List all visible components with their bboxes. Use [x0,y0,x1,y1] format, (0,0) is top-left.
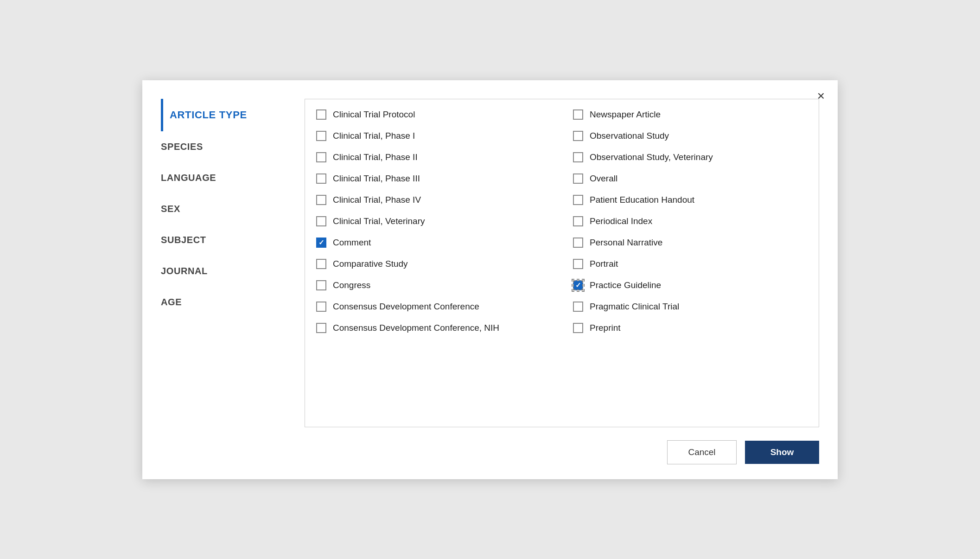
checkbox-preprint[interactable] [573,323,583,333]
checkbox-comparative-study[interactable] [316,259,326,269]
list-item-consensus-dev-conf[interactable]: Consensus Development Conference [305,296,562,317]
list-item-comparative-study[interactable]: Comparative Study [305,253,562,275]
checkbox-clinical-trial-protocol[interactable] [316,109,326,120]
close-button[interactable]: × [817,90,825,103]
list-item-pragmatic-clinical-trial[interactable]: Pragmatic Clinical Trial [562,296,819,317]
checkbox-consensus-dev-conf-nih[interactable] [316,323,326,333]
list-item-label-observational-study: Observational Study [590,131,669,141]
checkbox-periodical-index[interactable] [573,216,583,226]
list-item-newspaper-article[interactable]: Newspaper Article [562,104,819,125]
dialog-footer: Cancel Show [142,427,838,479]
list-item-periodical-index[interactable]: Periodical Index [562,211,819,232]
sidebar-item-article-type[interactable]: ARTICLE TYPE [161,99,291,131]
checkbox-consensus-dev-conf[interactable] [316,302,326,312]
sidebar-item-sex[interactable]: SEX [161,193,291,225]
list-grid: Clinical Trial ProtocolNewspaper Article… [305,104,819,339]
list-item-label-patient-education-handout: Patient Education Handout [590,195,694,205]
list-item-label-observational-study-vet: Observational Study, Veterinary [590,152,713,162]
list-item-label-periodical-index: Periodical Index [590,216,652,226]
list-item-clinical-trial-protocol[interactable]: Clinical Trial Protocol [305,104,562,125]
list-item-clinical-trial-phase-i[interactable]: Clinical Trial, Phase I [305,125,562,147]
list-item-patient-education-handout[interactable]: Patient Education Handout [562,189,819,211]
list-item-label-clinical-trial-phase-iv: Clinical Trial, Phase IV [333,195,421,205]
list-item-label-comment: Comment [333,238,371,248]
checkbox-clinical-trial-phase-ii[interactable] [316,152,326,162]
list-item-preprint[interactable]: Preprint [562,317,819,339]
sidebar-item-subject[interactable]: SUBJECT [161,225,291,256]
list-item-clinical-trial-phase-iii[interactable]: Clinical Trial, Phase III [305,168,562,189]
list-item-label-newspaper-article: Newspaper Article [590,109,661,120]
list-item-label-personal-narrative: Personal Narrative [590,238,662,248]
list-item-consensus-dev-conf-nih[interactable]: Consensus Development Conference, NIH [305,317,562,339]
list-item-label-consensus-dev-conf: Consensus Development Conference [333,302,479,312]
list-item-observational-study-vet[interactable]: Observational Study, Veterinary [562,147,819,168]
list-item-label-clinical-trial-phase-ii: Clinical Trial, Phase II [333,152,418,162]
dialog-body: ARTICLE TYPESPECIESLANGUAGESEXSUBJECTJOU… [142,80,838,427]
list-scroll[interactable]: Clinical Trial ProtocolNewspaper Article… [305,99,819,427]
list-item-clinical-trial-phase-iv[interactable]: Clinical Trial, Phase IV [305,189,562,211]
checkbox-newspaper-article[interactable] [573,109,583,120]
list-item-label-congress: Congress [333,280,370,290]
list-item-practice-guideline[interactable]: ✓Practice Guideline [562,275,819,296]
checkbox-portrait[interactable] [573,259,583,269]
list-item-label-practice-guideline: Practice Guideline [590,280,661,290]
list-item-clinical-trial-phase-ii[interactable]: Clinical Trial, Phase II [305,147,562,168]
list-item-label-clinical-trial-veterinary: Clinical Trial, Veterinary [333,216,425,226]
list-item-label-clinical-trial-phase-i: Clinical Trial, Phase I [333,131,415,141]
list-item-label-clinical-trial-phase-iii: Clinical Trial, Phase III [333,173,420,184]
sidebar-item-language[interactable]: LANGUAGE [161,162,291,193]
list-item-observational-study[interactable]: Observational Study [562,125,819,147]
list-item-label-clinical-trial-protocol: Clinical Trial Protocol [333,109,415,120]
checkbox-pragmatic-clinical-trial[interactable] [573,302,583,312]
sidebar-item-species[interactable]: SPECIES [161,131,291,162]
checkbox-personal-narrative[interactable] [573,238,583,248]
sidebar-item-journal[interactable]: JOURNAL [161,256,291,287]
checkbox-clinical-trial-phase-i[interactable] [316,131,326,141]
list-item-overall[interactable]: Overall [562,168,819,189]
list-item-label-portrait: Portrait [590,259,618,269]
list-item-label-consensus-dev-conf-nih: Consensus Development Conference, NIH [333,323,499,333]
sidebar: ARTICLE TYPESPECIESLANGUAGESEXSUBJECTJOU… [161,99,291,427]
list-item-label-comparative-study: Comparative Study [333,259,408,269]
show-button[interactable]: Show [745,441,819,464]
checkbox-clinical-trial-phase-iv[interactable] [316,195,326,205]
sidebar-item-age[interactable]: AGE [161,287,291,318]
checkbox-practice-guideline[interactable]: ✓ [573,280,583,290]
list-item-label-preprint: Preprint [590,323,621,333]
checkbox-clinical-trial-veterinary[interactable] [316,216,326,226]
list-item-label-overall: Overall [590,173,617,184]
checkbox-observational-study[interactable] [573,131,583,141]
article-type-dialog: × ARTICLE TYPESPECIESLANGUAGESEXSUBJECTJ… [142,80,838,479]
list-item-label-pragmatic-clinical-trial: Pragmatic Clinical Trial [590,302,679,312]
checkbox-patient-education-handout[interactable] [573,195,583,205]
list-item-congress[interactable]: Congress [305,275,562,296]
checkbox-overall[interactable] [573,173,583,184]
list-item-personal-narrative[interactable]: Personal Narrative [562,232,819,253]
checkbox-observational-study-vet[interactable] [573,152,583,162]
cancel-button[interactable]: Cancel [667,440,737,464]
checkbox-clinical-trial-phase-iii[interactable] [316,173,326,184]
list-panel: Clinical Trial ProtocolNewspaper Article… [305,99,819,427]
list-item-portrait[interactable]: Portrait [562,253,819,275]
checkbox-congress[interactable] [316,280,326,290]
list-item-comment[interactable]: ✓Comment [305,232,562,253]
checkbox-comment[interactable]: ✓ [316,238,326,248]
list-item-clinical-trial-veterinary[interactable]: Clinical Trial, Veterinary [305,211,562,232]
